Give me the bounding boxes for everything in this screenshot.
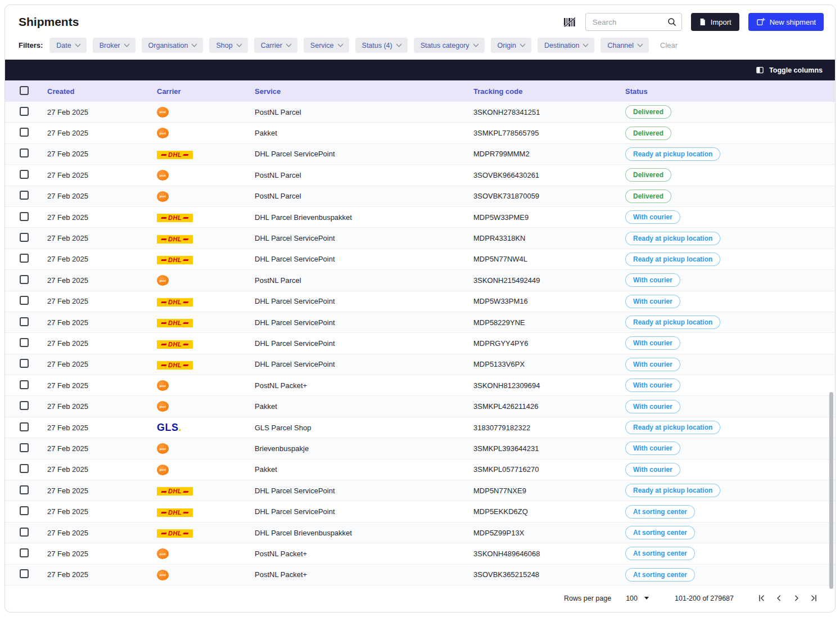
row-checkbox[interactable]	[20, 317, 29, 326]
shipments-page: Shipments Import New ship	[4, 4, 836, 613]
created-cell: 27 Feb 2025	[47, 550, 157, 558]
column-header-tracking-code[interactable]: Tracking code	[473, 87, 625, 96]
table-row: 27 Feb 2025 DHL DHL Parcel ServicePoint …	[5, 312, 835, 333]
row-checkbox[interactable]	[20, 443, 29, 452]
new-shipment-button[interactable]: New shipment	[748, 13, 824, 31]
created-cell: 27 Feb 2025	[47, 297, 157, 305]
row-checkbox[interactable]	[20, 506, 29, 515]
row-checkbox[interactable]	[20, 401, 29, 410]
row-checkbox[interactable]	[20, 485, 29, 494]
row-checkbox[interactable]	[20, 170, 29, 179]
row-checkbox[interactable]	[20, 296, 29, 305]
row-checkbox[interactable]	[20, 148, 29, 157]
created-cell: 27 Feb 2025	[47, 381, 157, 390]
filter-chip[interactable]: Status (4)	[355, 38, 408, 53]
row-checkbox[interactable]	[20, 569, 29, 578]
tracking-code-cell: MDP5W33PM16	[473, 297, 625, 305]
last-page-button[interactable]	[807, 592, 820, 605]
dhl-logo: DHL	[157, 508, 193, 517]
row-checkbox[interactable]	[20, 464, 29, 473]
carrier-cell: DHL	[157, 359, 255, 370]
created-cell: 27 Feb 2025	[47, 192, 157, 200]
row-checkbox[interactable]	[20, 191, 29, 200]
created-cell: 27 Feb 2025	[47, 507, 157, 516]
filter-chip[interactable]: Broker	[93, 38, 136, 53]
row-checkbox[interactable]	[20, 548, 29, 557]
row-checkbox[interactable]	[20, 275, 29, 284]
tracking-code-cell: MDP5133V6PX	[473, 360, 625, 368]
row-checkbox[interactable]	[20, 528, 29, 537]
row-checkbox[interactable]	[20, 380, 29, 389]
filter-chip-label: Broker	[100, 42, 120, 49]
row-checkbox[interactable]	[20, 359, 29, 368]
filter-chip-label: Date	[56, 42, 71, 49]
row-checkbox[interactable]	[20, 338, 29, 347]
import-button[interactable]: Import	[691, 13, 739, 31]
vertical-scrollbar[interactable]	[829, 392, 833, 589]
filter-chip[interactable]: Channel	[600, 38, 649, 53]
clear-filters-button[interactable]: Clear	[660, 41, 678, 49]
toggle-columns-button[interactable]: Toggle columns	[752, 65, 826, 75]
service-cell: DHL Parcel ServicePoint	[255, 507, 473, 516]
filter-chip[interactable]: Carrier	[254, 38, 297, 53]
chevron-down-icon	[520, 42, 525, 47]
status-badge: Ready at pickup location	[625, 484, 720, 497]
postnl-logo: post	[157, 170, 169, 181]
rows-per-page-select[interactable]: 100	[626, 595, 649, 602]
row-checkbox[interactable]	[20, 128, 29, 137]
service-cell: Pakket	[255, 465, 473, 474]
table-row: 27 Feb 2025 post PostNL Parcel 3SKONH278…	[5, 102, 835, 123]
filter-chip-label: Origin	[498, 42, 516, 49]
status-badge: With courier	[625, 336, 680, 350]
column-header-created[interactable]: Created	[47, 87, 157, 96]
chevron-down-icon	[236, 42, 242, 47]
search-icon[interactable]	[667, 17, 677, 29]
table-row: 27 Feb 2025 DHL DHL Parcel ServicePoint …	[5, 228, 835, 249]
table-header-row: Created Carrier Service Tracking code St…	[5, 80, 835, 102]
tracking-code-cell: 3SMKPL426211426	[473, 402, 625, 411]
toggle-columns-label: Toggle columns	[769, 66, 823, 74]
filter-chip[interactable]: Destination	[538, 38, 595, 53]
tracking-code-cell: 31830779182322	[473, 424, 625, 432]
barcode-scan-icon[interactable]	[563, 17, 576, 28]
carrier-cell: DHL	[157, 528, 255, 538]
service-cell: Pakket	[255, 402, 473, 411]
row-checkbox[interactable]	[20, 107, 29, 116]
chevron-down-icon	[638, 42, 643, 47]
table-row: 27 Feb 2025 DHL DHL Parcel Brievenbuspak…	[5, 523, 835, 543]
row-checkbox[interactable]	[20, 233, 29, 242]
filter-chip[interactable]: Status category	[414, 38, 485, 53]
filter-chip[interactable]: Organisation	[142, 38, 204, 53]
tracking-code-cell: MDPR799MMM2	[473, 150, 625, 158]
created-cell: 27 Feb 2025	[47, 360, 157, 368]
row-checkbox[interactable]	[20, 212, 29, 221]
service-cell: DHL Parcel ServicePoint	[255, 234, 473, 242]
table-row: 27 Feb 2025 DHL DHL Parcel ServicePoint …	[5, 354, 835, 375]
first-page-button[interactable]	[755, 592, 768, 605]
tracking-code-cell: MDP5W33PME9	[473, 213, 625, 222]
filter-chip[interactable]: Date	[49, 38, 86, 53]
column-header-service[interactable]: Service	[255, 87, 473, 96]
column-header-carrier[interactable]: Carrier	[157, 87, 255, 96]
table-row: 27 Feb 2025 post PostNL Packet+ 3SOVBK36…	[5, 565, 835, 586]
postnl-logo: post	[157, 191, 169, 202]
filter-chip[interactable]: Origin	[491, 38, 531, 53]
row-checkbox[interactable]	[20, 254, 29, 263]
carrier-cell: post	[157, 191, 255, 202]
status-badge: With courier	[625, 295, 680, 308]
next-page-button[interactable]	[790, 592, 803, 605]
table-body: 27 Feb 2025 post PostNL Parcel 3SKONH278…	[5, 102, 835, 586]
select-all-checkbox[interactable]	[20, 86, 29, 95]
previous-page-button[interactable]	[773, 592, 785, 605]
status-badge: At sorting center	[625, 547, 695, 560]
pagination-range: 101-200 of 279687	[675, 595, 734, 602]
created-cell: 27 Feb 2025	[47, 171, 157, 179]
chevron-down-icon	[192, 42, 197, 47]
dhl-logo: DHL	[157, 319, 193, 327]
row-checkbox[interactable]	[20, 422, 29, 431]
carrier-cell: post	[157, 569, 255, 580]
carrier-cell: post	[157, 401, 255, 412]
filter-chip[interactable]: Shop	[209, 38, 247, 53]
filter-chip[interactable]: Service	[304, 38, 349, 53]
column-header-status[interactable]: Status	[625, 87, 835, 96]
